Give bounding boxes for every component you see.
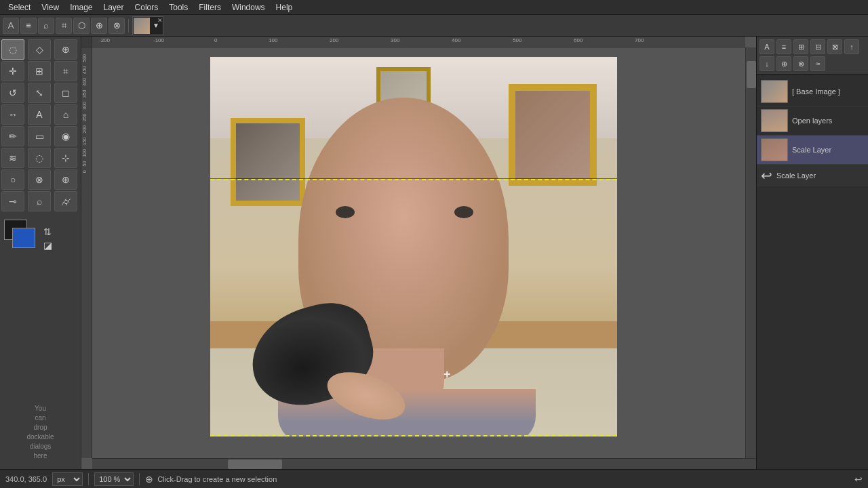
scrollbar-vertical[interactable] (745, 47, 756, 458)
right-tool-0[interactable]: A (760, 39, 774, 54)
right-tool-1[interactable]: ≡ (776, 39, 791, 54)
right-tool-9[interactable]: ≈ (810, 56, 825, 71)
statusbar-sep-1 (88, 473, 89, 485)
ruler-top-mark-8: 600 (574, 37, 583, 43)
tool-free-select[interactable]: ◇ (28, 39, 51, 60)
statusbar-undo-btn[interactable]: ↩ (854, 474, 863, 485)
layer-scale-1[interactable]: Scale Layer (757, 136, 868, 165)
ruler-left-label: 0 50 100 150 200 250 300 350 400 450 500 (82, 54, 87, 173)
tool-rotate[interactable]: ↺ (1, 83, 24, 103)
ruler-corner (81, 37, 92, 47)
tool-text[interactable]: A (28, 104, 51, 125)
menu-view[interactable]: View (36, 1, 64, 14)
layer-open-label: Open layers (792, 117, 864, 125)
menu-help[interactable]: Help (271, 1, 298, 14)
layer-scale-1-label: Scale Layer (792, 146, 864, 154)
right-tool-5[interactable]: ↑ (844, 39, 859, 54)
color-area: ⇅ ◪ (1, 217, 79, 253)
undo-arrow-icon[interactable]: ↩ (761, 167, 772, 184)
tool-select-color[interactable]: ⊕ (54, 39, 77, 60)
right-tool-4[interactable]: ⊠ (827, 39, 842, 54)
tool-align[interactable]: ⊞ (28, 61, 51, 81)
tool-blur[interactable]: ◉ (54, 126, 77, 146)
toolbar-btn-1[interactable]: A (3, 18, 19, 34)
right-toolbar: A ≡ ⊞ ⊟ ⊠ ↑ ↓ ⊕ ⊗ ≈ (757, 37, 868, 75)
menu-windows[interactable]: Windows (226, 1, 271, 14)
layer-base-thumb (761, 80, 788, 103)
photo-canvas[interactable] (210, 57, 617, 436)
layer-open-layers[interactable]: Open layers (757, 106, 868, 136)
tool-flip[interactable]: ↔ (1, 104, 24, 125)
right-tool-6[interactable]: ↓ (760, 56, 774, 71)
drop-hint-area: Youcandropdockabledialogshere (1, 399, 79, 466)
ruler-top-mark-4: 200 (330, 37, 338, 43)
tool-brush[interactable]: ⊗ (28, 169, 51, 190)
ruler-left: 0 50 100 150 200 250 300 350 400 450 500 (81, 47, 92, 458)
menu-colors[interactable]: Colors (130, 1, 164, 14)
ruler-top-mark-7: 500 (513, 37, 521, 43)
toolbar-btn-4[interactable]: ⌗ (56, 18, 72, 34)
hint-icon: ⊕ (145, 474, 153, 485)
menu-filters[interactable]: Filters (193, 1, 226, 14)
tool-eraser[interactable]: ▭ (28, 126, 51, 146)
tool-measure[interactable]: ⊸ (1, 191, 24, 211)
right-tool-3[interactable]: ⊟ (810, 39, 825, 54)
zoom-select[interactable]: 100 % 50 % 200 % 25 % (94, 472, 134, 486)
toolbar-sep-1 (128, 19, 129, 33)
statusbar-sep-2 (139, 473, 140, 485)
main-layout: ◌ ◇ ⊕ ✛ ⊞ ⌗ ↺ ⤡ ◻ ↔ A ⌂ ✏ ▭ ◉ ≋ ◌ ⊹ ○ ⊗ … (0, 37, 868, 469)
tool-grid: ◌ ◇ ⊕ ✛ ⊞ ⌗ ↺ ⤡ ◻ ↔ A ⌂ ✏ ▭ ◉ ≋ ◌ ⊹ ○ ⊗ … (1, 39, 79, 211)
toolbar-btn-7[interactable]: ⊗ (108, 18, 125, 34)
tool-perspective[interactable]: ◻ (54, 83, 77, 103)
tool-scale[interactable]: ⤡ (28, 83, 51, 103)
tool-smudge[interactable]: ≋ (1, 148, 24, 168)
menu-image[interactable]: Image (64, 1, 98, 14)
right-panel: A ≡ ⊞ ⊟ ⊠ ↑ ↓ ⊕ ⊗ ≈ [ Base Image ] (756, 37, 868, 469)
toolbar-btn-3[interactable]: ⌕ (38, 18, 54, 34)
tool-clone[interactable]: ⊕ (54, 169, 77, 190)
statusbar-coords: 340.0, 365.0 (5, 475, 47, 483)
thumb-close-btn[interactable]: ✕ (157, 17, 163, 24)
tool-fill[interactable]: ⌂ (54, 104, 77, 125)
ruler-top-mark-6: 400 (452, 37, 460, 43)
hint-text: Click-Drag to create a new selection (157, 475, 277, 483)
ruler-top-mark-1: -100 (153, 37, 164, 43)
right-tool-7[interactable]: ⊕ (776, 56, 791, 71)
menu-layer[interactable]: Layer (98, 1, 130, 14)
tool-dodge[interactable]: ○ (1, 169, 24, 190)
layer-base-image[interactable]: [ Base Image ] (757, 77, 868, 106)
ruler-top-mark-0: -200 (99, 37, 110, 43)
image-thumb[interactable]: ▼ ✕ (132, 16, 163, 35)
toolbar-row: A ≡ ⌕ ⌗ ⬡ ⊕ ⊗ ▼ ✕ (0, 15, 868, 37)
scrollbar-horizontal[interactable] (92, 458, 756, 469)
swap-colors-btn[interactable]: ⇅ (43, 226, 52, 237)
undo-layer-label: Scale Layer (776, 171, 864, 180)
fg-color-swatch[interactable] (12, 228, 35, 248)
unit-select[interactable]: px in mm cm (52, 472, 83, 486)
right-tool-2[interactable]: ⊞ (793, 39, 808, 54)
menu-select[interactable]: Select (3, 1, 36, 14)
tool-zoom[interactable]: ⌕ (28, 191, 51, 211)
menu-tools[interactable]: Tools (163, 1, 193, 14)
canvas-area[interactable]: -200 -100 0 100 200 300 400 500 600 700 … (81, 37, 756, 469)
right-tool-8[interactable]: ⊗ (793, 56, 808, 71)
tool-paint[interactable]: ◌ (28, 148, 51, 168)
undo-layer-area: ↩ Scale Layer (757, 165, 868, 186)
toolbar-btn-2[interactable]: ≡ (20, 18, 37, 34)
tool-move[interactable]: ✛ (1, 61, 24, 81)
tool-fuzzy-select[interactable]: ◌ (1, 39, 24, 60)
drop-hint-text: Youcandropdockabledialogshere (26, 405, 54, 460)
tool-pencil[interactable]: ✏ (1, 126, 24, 146)
tool-heal[interactable]: ⊹ (54, 148, 77, 168)
ruler-top-mark-2: 0 (214, 37, 217, 43)
toolbar-btn-5[interactable]: ⬡ (73, 18, 90, 34)
toolbar-btn-6[interactable]: ⊕ (91, 18, 107, 34)
reset-colors-btn[interactable]: ◪ (43, 240, 52, 251)
ruler-top-mark-9: 700 (635, 37, 644, 43)
photo-content (210, 57, 617, 436)
statusbar-right: ↩ (854, 474, 863, 485)
menu-bar: Select View Image Layer Colors Tools Fil… (0, 0, 868, 15)
photo-eye-left (336, 206, 355, 218)
tool-eyedropper[interactable]: ⌭ (54, 191, 77, 211)
tool-crop[interactable]: ⌗ (54, 61, 77, 81)
